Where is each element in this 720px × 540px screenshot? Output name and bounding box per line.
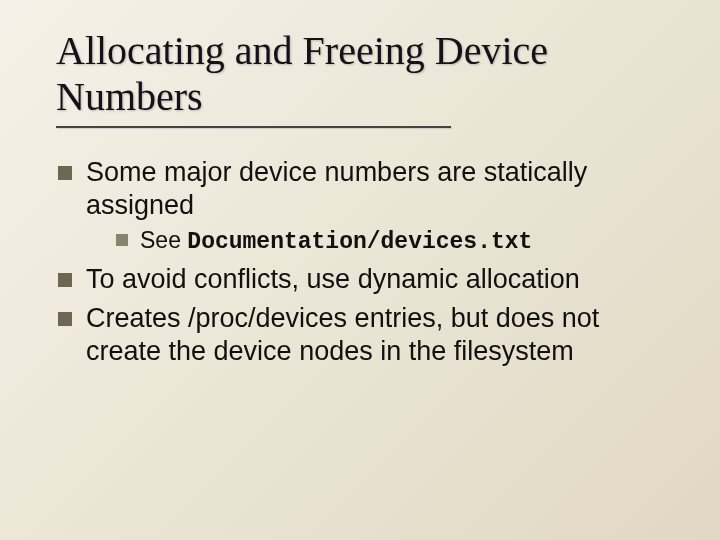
sub-bullet-item: See Documentation/devices.txt: [116, 226, 680, 257]
bullet-item: Creates /proc/devices entries, but does …: [56, 302, 680, 368]
bullet-list: Some major device numbers are statically…: [56, 156, 680, 367]
bullet-text: To avoid conflicts, use dynamic allocati…: [86, 264, 580, 294]
bullet-text: Creates /proc/devices entries, but does …: [86, 303, 599, 366]
slide: Allocating and Freeing Device Numbers So…: [0, 0, 720, 540]
bullet-text: Some major device numbers are statically…: [86, 157, 587, 220]
bullet-item: To avoid conflicts, use dynamic allocati…: [56, 263, 680, 296]
bullet-item: Some major device numbers are statically…: [56, 156, 680, 257]
sub-bullet-list: See Documentation/devices.txt: [86, 226, 680, 257]
sub-bullet-text-prefix: See: [140, 227, 187, 253]
code-path: Documentation/devices.txt: [187, 229, 532, 255]
slide-title: Allocating and Freeing Device Numbers: [56, 28, 680, 120]
title-underline: [56, 126, 451, 128]
